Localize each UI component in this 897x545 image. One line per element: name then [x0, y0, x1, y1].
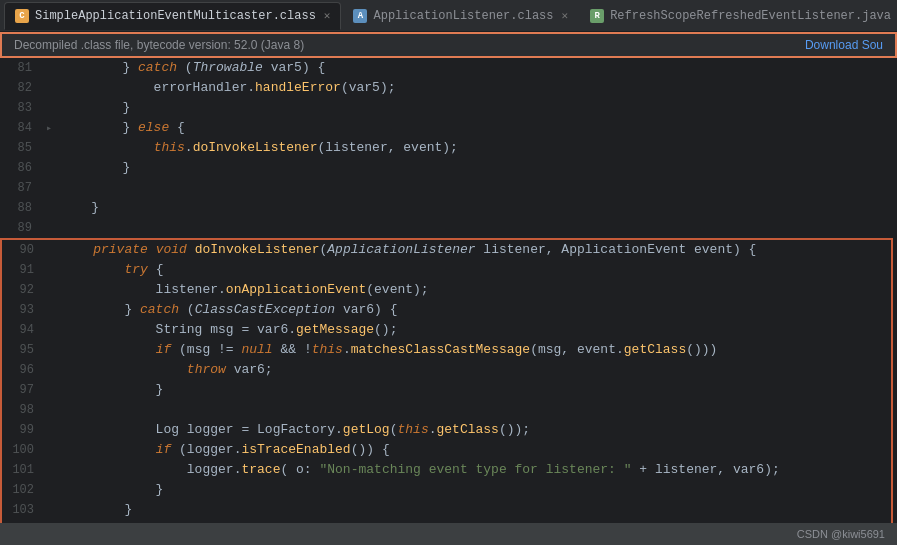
- code-line: 96 throw var6;: [2, 360, 891, 380]
- line-number: 102: [2, 483, 44, 497]
- code-line: 90 private void doInvokeListener(Applica…: [2, 240, 891, 260]
- line-number: 91: [2, 263, 44, 277]
- code-line: 84 ▸ } else {: [0, 118, 897, 138]
- code-line: 85 this.doInvokeListener(listener, event…: [0, 138, 897, 158]
- tab-bar: C SimpleApplicationEventMulticaster.clas…: [0, 0, 897, 32]
- decompiled-info-text: Decompiled .class file, bytecode version…: [14, 38, 304, 52]
- download-source-link[interactable]: Download Sou: [805, 38, 883, 52]
- line-number: 95: [2, 343, 44, 357]
- line-content: private void doInvokeListener(Applicatio…: [58, 240, 891, 260]
- tab-close-1[interactable]: ✕: [324, 9, 331, 22]
- tab-label-2: ApplicationListener.class: [373, 9, 553, 23]
- tab-label-1: SimpleApplicationEventMulticaster.class: [35, 9, 316, 23]
- code-line: 87: [0, 178, 897, 198]
- code-line: 95 if (msg != null && !this.matchesClass…: [2, 340, 891, 360]
- line-number: 81: [0, 61, 42, 75]
- line-number: 100: [2, 443, 44, 457]
- tab-app-listener[interactable]: A ApplicationListener.class ✕: [343, 2, 578, 30]
- line-content: listener.onApplicationEvent(event);: [58, 280, 891, 300]
- tab-icon-orange: C: [15, 9, 29, 23]
- line-content: if (logger.isTraceEnabled()) {: [58, 440, 891, 460]
- line-number: 101: [2, 463, 44, 477]
- highlight-block: 90 private void doInvokeListener(Applica…: [0, 238, 893, 545]
- code-line: 88 }: [0, 198, 897, 218]
- line-content: if (msg != null && !this.matchesClassCas…: [58, 340, 891, 360]
- code-area: 81 } catch (Throwable var5) { 82 errorHa…: [0, 58, 897, 545]
- line-content: } else {: [56, 118, 897, 138]
- tab-close-2[interactable]: ✕: [562, 9, 569, 22]
- line-number: 98: [2, 403, 44, 417]
- code-line: 101 logger.trace( o: "Non-matching event…: [2, 460, 891, 480]
- line-number: 86: [0, 161, 42, 175]
- code-line: 99 Log logger = LogFactory.getLog(this.g…: [2, 420, 891, 440]
- line-number: 83: [0, 101, 42, 115]
- code-line: 102 }: [2, 480, 891, 500]
- line-number: 90: [2, 243, 44, 257]
- tab-icon-blue: A: [353, 9, 367, 23]
- code-line: 83 }: [0, 98, 897, 118]
- line-content: errorHandler.handleError(var5);: [56, 78, 897, 98]
- code-line: 89: [0, 218, 897, 238]
- line-content: this.doInvokeListener(listener, event);: [56, 138, 897, 158]
- tab-refresh-scope[interactable]: R RefreshScopeRefreshedEventListener.jav…: [580, 2, 897, 30]
- tab-label-3: RefreshScopeRefreshedEventListener.java: [610, 9, 891, 23]
- line-number: 85: [0, 141, 42, 155]
- tab-icon-green: R: [590, 9, 604, 23]
- line-number: 94: [2, 323, 44, 337]
- line-content: } catch (Throwable var5) {: [56, 58, 897, 78]
- tab-simple-app[interactable]: C SimpleApplicationEventMulticaster.clas…: [4, 2, 341, 30]
- fold-icon[interactable]: ▸: [42, 122, 56, 134]
- line-content: }: [56, 158, 897, 178]
- line-content: Log logger = LogFactory.getLog(this.getC…: [58, 420, 891, 440]
- code-line: 93 } catch (ClassCastException var6) {: [2, 300, 891, 320]
- line-content: logger.trace( o: "Non-matching event typ…: [58, 460, 891, 480]
- code-line: 92 listener.onApplicationEvent(event);: [2, 280, 891, 300]
- line-number: 84: [0, 121, 42, 135]
- line-number: 93: [2, 303, 44, 317]
- code-line: 91 try {: [2, 260, 891, 280]
- line-content: }: [58, 480, 891, 500]
- line-content: }: [58, 500, 891, 520]
- code-line: 103 }: [2, 500, 891, 520]
- code-line: 86 }: [0, 158, 897, 178]
- line-number: 103: [2, 503, 44, 517]
- line-content: }: [56, 98, 897, 118]
- line-number: 89: [0, 221, 42, 235]
- line-content: String msg = var6.getMessage();: [58, 320, 891, 340]
- line-number: 82: [0, 81, 42, 95]
- code-line: 94 String msg = var6.getMessage();: [2, 320, 891, 340]
- status-bar: CSDN @kiwi5691: [0, 523, 897, 545]
- info-bar: Decompiled .class file, bytecode version…: [0, 32, 897, 58]
- line-content: try {: [58, 260, 891, 280]
- code-line: 98: [2, 400, 891, 420]
- line-number: 96: [2, 363, 44, 377]
- code-line: 82 errorHandler.handleError(var5);: [0, 78, 897, 98]
- line-content: throw var6;: [58, 360, 891, 380]
- line-content: }: [56, 198, 897, 218]
- line-content: }: [58, 380, 891, 400]
- line-number: 88: [0, 201, 42, 215]
- code-line: 100 if (logger.isTraceEnabled()) {: [2, 440, 891, 460]
- line-number: 92: [2, 283, 44, 297]
- line-number: 87: [0, 181, 42, 195]
- line-number: 99: [2, 423, 44, 437]
- code-line: 97 }: [2, 380, 891, 400]
- line-number: 97: [2, 383, 44, 397]
- status-text: CSDN @kiwi5691: [797, 528, 885, 540]
- line-content: } catch (ClassCastException var6) {: [58, 300, 891, 320]
- code-line: 81 } catch (Throwable var5) {: [0, 58, 897, 78]
